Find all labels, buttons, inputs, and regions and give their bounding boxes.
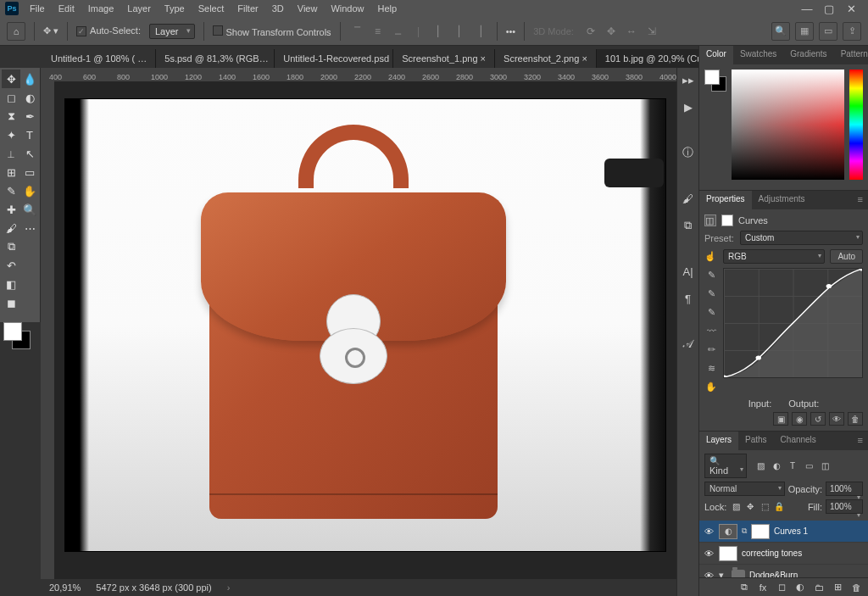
info-panel-icon[interactable]: ⓘ <box>680 144 697 161</box>
paragraph-panel-icon[interactable]: ¶ <box>680 290 697 307</box>
doc-tab[interactable]: Untitled-1-Recovered.psd× <box>275 49 393 68</box>
doc-tab[interactable]: Screenshot_1.png × <box>393 49 495 68</box>
canvas[interactable] <box>54 81 676 579</box>
chevron-down-icon[interactable]: ▾ <box>719 570 727 577</box>
align-icons[interactable]: ⎺ ≡ ⎽ | ⎢ ⎪ ⎥ <box>349 24 488 39</box>
auto-select-mode[interactable]: Layer <box>149 24 195 39</box>
layer-filter-select[interactable]: 🔍 Kind <box>704 454 747 478</box>
menu-layer[interactable]: Layer <box>121 1 157 16</box>
move-tool-icon[interactable]: ✥ <box>2 70 20 88</box>
color-spectrum[interactable] <box>732 70 844 180</box>
tab-patterns[interactable]: Patterns <box>834 46 868 64</box>
status-menu-icon[interactable]: › <box>227 582 231 593</box>
view-previous-icon[interactable]: ◉ <box>792 412 807 426</box>
history-brush-icon[interactable]: ↶ <box>2 256 20 275</box>
filter-type-icon[interactable]: T <box>786 460 799 472</box>
clip-layer-icon[interactable]: ▣ <box>773 412 788 426</box>
edit-toolbar-icon[interactable]: ⋯ <box>20 219 39 237</box>
fill-value[interactable]: 100% <box>826 499 863 514</box>
new-layer-icon[interactable]: ⊞ <box>831 581 844 594</box>
eyedropper-white-icon[interactable]: ✎ <box>704 305 718 319</box>
menu-window[interactable]: Window <box>325 1 370 16</box>
auto-button[interactable]: Auto <box>830 249 863 264</box>
home-button[interactable]: ⌂ <box>7 22 25 41</box>
lasso-tool-icon[interactable]: ⧗ <box>2 107 20 125</box>
doc-tab[interactable]: Screenshot_2.png × <box>495 49 597 68</box>
filter-adjust-icon[interactable]: ◐ <box>770 460 783 472</box>
eraser-tool-icon[interactable]: ◧ <box>2 275 20 293</box>
lock-position-icon[interactable]: ✥ <box>744 501 756 513</box>
zoom-level[interactable]: 20,91% <box>49 582 81 593</box>
visibility-icon[interactable]: 👁 <box>703 526 715 537</box>
eyedropper-tool-icon[interactable]: ✎ <box>2 181 20 200</box>
curves-graph[interactable] <box>723 268 863 378</box>
mask-thumb[interactable] <box>751 524 770 539</box>
link-layers-icon[interactable]: ⧉ <box>737 581 751 594</box>
visibility-icon[interactable]: 👁 <box>703 571 715 578</box>
layer-row[interactable]: 👁 ◐ ⧉ Curves 1 <box>699 521 868 543</box>
add-mask-icon[interactable]: ◻ <box>775 581 788 594</box>
heal-tool-icon[interactable]: ✚ <box>2 200 20 219</box>
shape-tool-icon[interactable]: ▭ <box>20 163 39 181</box>
layer-thumb[interactable] <box>719 546 737 561</box>
tab-swatches[interactable]: Swatches <box>733 46 783 64</box>
preset-select[interactable]: Custom <box>740 231 863 245</box>
align-left-icon[interactable]: ⎢ <box>431 24 448 39</box>
menu-3d[interactable]: 3D <box>266 1 290 16</box>
doc-tab[interactable]: Untitled-1 @ 108% ( … <box>42 49 156 68</box>
smooth-icon[interactable]: ≋ <box>704 361 718 375</box>
show-transform-checkbox[interactable]: Show Transform Controls <box>213 25 331 37</box>
menu-filter[interactable]: Filter <box>231 1 264 16</box>
tab-adjustments[interactable]: Adjustments <box>752 191 812 209</box>
more-options-icon[interactable]: ••• <box>506 26 516 36</box>
lock-pixels-icon[interactable]: ▨ <box>730 501 742 513</box>
menu-type[interactable]: Type <box>159 1 191 16</box>
opacity-value[interactable]: 100% <box>826 482 863 496</box>
window-close-icon[interactable]: ✕ <box>843 3 860 14</box>
window-maximize-icon[interactable]: ▢ <box>821 3 837 14</box>
character-panel-icon[interactable]: A| <box>680 263 697 280</box>
menu-edit[interactable]: Edit <box>53 1 81 16</box>
filter-smart-icon[interactable]: ◫ <box>818 460 832 472</box>
panel-menu-icon[interactable]: ≡ <box>853 191 868 209</box>
arrange-docs-icon[interactable]: ▦ <box>795 22 814 41</box>
align-bottom-icon[interactable]: ⎽ <box>390 24 407 39</box>
align-top-icon[interactable]: ⎺ <box>349 24 366 39</box>
menu-select[interactable]: Select <box>192 1 231 16</box>
workspace-icon[interactable]: ▭ <box>819 22 837 41</box>
visibility-icon[interactable]: 👁 <box>703 549 715 559</box>
stamp-tool-icon[interactable]: ⧉ <box>2 237 20 256</box>
filter-pixel-icon[interactable]: ▨ <box>754 460 767 472</box>
pencil-curve-icon[interactable]: ✏ <box>704 343 718 356</box>
menu-image[interactable]: Image <box>82 1 120 16</box>
tab-paths[interactable]: Paths <box>738 432 774 450</box>
pen-tool-icon[interactable]: ✒ <box>20 107 39 125</box>
doc-tab[interactable]: 5s.psd @ 81,3% (RGB… <box>156 49 275 68</box>
clone-panel-icon[interactable]: ⧉ <box>680 217 697 234</box>
fg-color-swatch[interactable] <box>3 322 22 341</box>
layer-group-row[interactable]: 👁 ▾ Dodge&Burn <box>699 565 868 577</box>
tab-gradients[interactable]: Gradients <box>783 46 833 64</box>
blend-mode-select[interactable]: Normal <box>704 482 785 496</box>
align-hcenter-icon[interactable]: ⎪ <box>451 24 468 39</box>
search-icon[interactable]: 🔍 <box>771 22 790 41</box>
menu-view[interactable]: View <box>292 1 324 16</box>
new-adjustment-icon[interactable]: ◐ <box>793 581 807 594</box>
eyedropper-gray-icon[interactable]: ✎ <box>704 287 718 300</box>
layer-row[interactable]: 👁 correcting tones <box>699 543 868 565</box>
tab-properties[interactable]: Properties <box>699 191 752 209</box>
lock-nested-icon[interactable]: ⬚ <box>759 501 771 513</box>
adjustment-thumb[interactable]: ◐ <box>719 524 737 539</box>
menu-help[interactable]: Help <box>372 1 403 16</box>
delete-layer-icon[interactable]: 🗑 <box>849 581 863 594</box>
filter-shape-icon[interactable]: ▭ <box>802 460 815 472</box>
type-tool-icon[interactable]: T <box>20 125 39 144</box>
move-tool-icon[interactable]: ✥ ▾ <box>43 25 58 36</box>
color-swatches[interactable] <box>3 322 37 356</box>
play-icon[interactable]: ▶ <box>680 98 697 115</box>
hand-tool-icon[interactable]: ✋ <box>20 181 39 200</box>
quick-select-tool-icon[interactable]: ✦ <box>2 125 20 144</box>
tab-color[interactable]: Color <box>699 46 733 64</box>
tab-layers[interactable]: Layers <box>699 432 738 450</box>
reset-icon[interactable]: ↺ <box>810 412 826 426</box>
